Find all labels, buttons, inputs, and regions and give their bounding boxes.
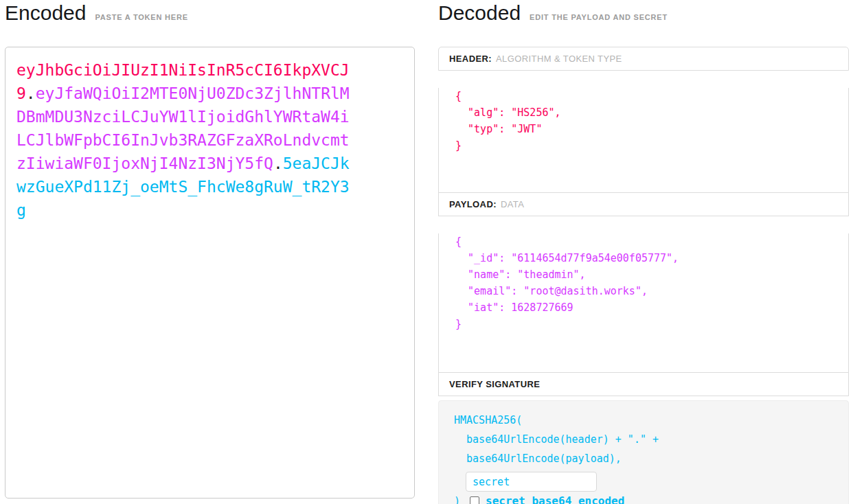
decoded-payload-json[interactable]: { "_id": "6114654d77f9a54e00f05777", "na… (455, 233, 848, 332)
payload-section-label: PAYLOAD: (449, 199, 497, 209)
header-section-label: HEADER: (449, 54, 492, 64)
jwt-debugger-page: Encoded PASTE A TOKEN HERE Decoded EDIT … (0, 0, 853, 504)
verify-signature-label: VERIFY SIGNATURE (449, 379, 540, 389)
encoded-subtitle: PASTE A TOKEN HERE (95, 13, 187, 21)
signature-code-line-3: base64UrlEncode(payload), (454, 449, 848, 468)
header-section-sublabel: ALGORITHM & TOKEN TYPE (496, 54, 622, 64)
decoded-subtitle: EDIT THE PAYLOAD AND SECRET (530, 13, 668, 21)
token-separator-dot-2: . (273, 154, 283, 172)
decoded-header-json[interactable]: { "alg": "HS256", "typ": "JWT" } (455, 88, 848, 154)
verify-signature-box: HMACSHA256( base64UrlEncode(header) + ".… (438, 400, 849, 504)
decoded-title: Decoded (438, 1, 521, 25)
payload-section-strip: PAYLOAD: DATA (438, 192, 849, 216)
verify-signature-strip: VERIFY SIGNATURE (438, 372, 849, 396)
decoded-panel: HEADER: ALGORITHM & TOKEN TYPE { "alg": … (438, 47, 849, 504)
encoded-heading: Encoded PASTE A TOKEN HERE (5, 1, 188, 25)
payload-section-sublabel: DATA (501, 199, 524, 209)
token-input[interactable]: eyJhbGciOiJIUzI1NiIsInR5cCI6IkpXVCJ9.eyJ… (16, 58, 354, 222)
header-section-strip: HEADER: ALGORITHM & TOKEN TYPE (438, 47, 849, 71)
encoded-token-panel[interactable]: eyJhbGciOiJIUzI1NiIsInR5cCI6IkpXVCJ9.eyJ… (5, 47, 415, 499)
signature-close-row: ) secret base64 encoded (454, 494, 848, 504)
decoded-header-editor[interactable]: { "alg": "HS256", "typ": "JWT" } (438, 88, 849, 193)
signature-code-line-1: HMACSHA256( (454, 411, 848, 430)
token-separator-dot-1: . (26, 84, 36, 102)
signature-code-line-2: base64UrlEncode(header) + "." + (454, 430, 848, 449)
encoded-title: Encoded (5, 1, 86, 25)
secret-base64-checkbox[interactable] (470, 496, 479, 504)
secret-input[interactable] (466, 472, 597, 492)
decoded-heading: Decoded EDIT THE PAYLOAD AND SECRET (438, 1, 668, 25)
decoded-payload-editor[interactable]: { "_id": "6114654d77f9a54e00f05777", "na… (438, 233, 849, 373)
secret-base64-label[interactable]: secret base64 encoded (486, 494, 624, 504)
signature-close-paren: ) (454, 495, 460, 504)
